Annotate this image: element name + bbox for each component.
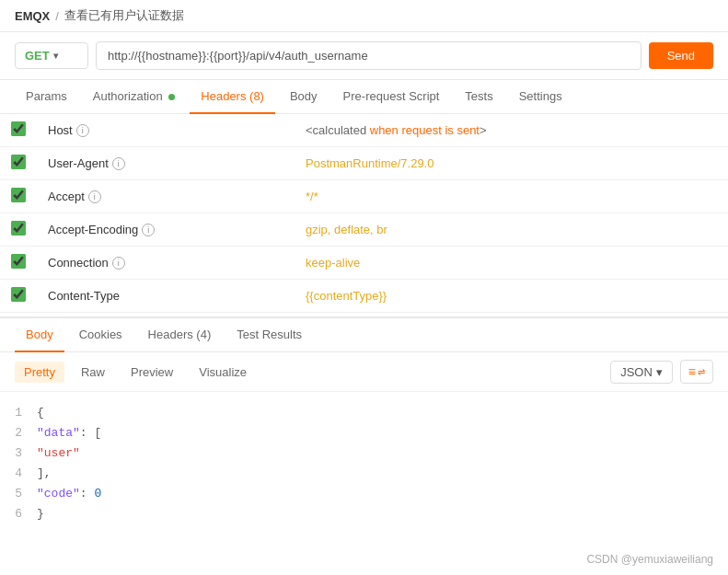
response-section: Body Cookies Headers (4) Test Results Pr… xyxy=(0,316,728,536)
method-label: GET xyxy=(25,49,50,63)
response-tabs: Body Cookies Headers (4) Test Results xyxy=(0,318,728,352)
header-value: <calculated when request is sent> xyxy=(295,114,728,147)
header-checkbox[interactable] xyxy=(11,287,26,302)
code-line: 2 "data": [ xyxy=(0,423,728,443)
line-content: { xyxy=(37,403,44,423)
header-row: Hosti<calculated when request is sent> xyxy=(0,114,728,147)
line-content: "data": [ xyxy=(37,423,101,443)
res-tab-headers[interactable]: Headers (4) xyxy=(137,318,223,352)
res-tab-body[interactable]: Body xyxy=(15,318,64,352)
line-number: 3 xyxy=(0,443,37,464)
line-content: "user" xyxy=(37,443,80,464)
line-content: } xyxy=(37,504,44,524)
header-checkbox[interactable] xyxy=(11,188,26,202)
header-value: keep-alive xyxy=(295,247,728,280)
info-icon[interactable]: i xyxy=(76,124,89,137)
calc-suffix: > xyxy=(480,123,487,137)
line-number: 6 xyxy=(0,504,37,524)
request-tabs: Params Authorization Headers (8) Body Pr… xyxy=(0,80,728,114)
send-button[interactable]: Send xyxy=(649,42,713,69)
code-line: 4 ], xyxy=(0,464,728,484)
line-number: 4 xyxy=(0,464,37,484)
tab-settings[interactable]: Settings xyxy=(508,80,573,114)
header-value: PostmanRuntime/7.29.0 xyxy=(295,147,728,180)
res-tab-test-results[interactable]: Test Results xyxy=(225,318,313,352)
code-line: 5 "code": 0 xyxy=(0,484,728,504)
header-key: Hosti xyxy=(37,114,295,147)
tab-params[interactable]: Params xyxy=(15,80,78,114)
info-icon[interactable]: i xyxy=(112,157,125,170)
header-checkbox[interactable] xyxy=(11,155,26,169)
header-row: Accept-Encodingigzip, deflate, br xyxy=(0,213,728,247)
info-icon[interactable]: i xyxy=(112,257,125,270)
line-content: "code": 0 xyxy=(37,484,101,504)
info-icon[interactable]: i xyxy=(142,224,155,236)
header-row: Accepti*/* xyxy=(0,180,728,213)
headers-container: Hosti<calculated when request is sent>Us… xyxy=(0,114,728,316)
header-value: {{contentType}} xyxy=(295,280,728,313)
header-key: Accept-Encodingi xyxy=(37,213,295,247)
tab-pre-request[interactable]: Pre-request Script xyxy=(332,80,451,114)
method-select[interactable]: GET ▾ xyxy=(15,42,88,69)
code-line: 3 "user" xyxy=(0,443,728,464)
header-row: User-AgentiPostmanRuntime/7.29.0 xyxy=(0,147,728,180)
header-key: Accepti xyxy=(37,180,295,213)
format-visualize[interactable]: Visualize xyxy=(190,362,256,383)
format-chevron-icon: ▾ xyxy=(656,365,663,379)
format-type-label: JSON xyxy=(620,365,653,379)
header-value: */* xyxy=(295,180,728,213)
breadcrumb-sep: / xyxy=(55,9,59,23)
header-checkbox[interactable] xyxy=(11,254,26,269)
line-number: 1 xyxy=(0,403,37,423)
line-content: ], xyxy=(37,464,52,484)
url-bar: GET ▾ Send xyxy=(0,32,728,80)
body-toolbar: Pretty Raw Preview Visualize JSON ▾ ≡ ⇌ xyxy=(0,352,728,392)
tab-body[interactable]: Body xyxy=(279,80,329,114)
tab-tests[interactable]: Tests xyxy=(454,80,503,114)
code-line: 6} xyxy=(0,504,728,524)
header-key: Content-Type xyxy=(37,280,295,313)
tab-headers[interactable]: Headers (8) xyxy=(190,80,275,114)
code-line: 1{ xyxy=(0,403,728,423)
headers-table: Hosti<calculated when request is sent>Us… xyxy=(0,114,728,316)
tab-authorization[interactable]: Authorization xyxy=(82,80,187,114)
calc-prefix: <calculated xyxy=(306,123,370,137)
header-checkbox[interactable] xyxy=(11,221,26,236)
info-icon[interactable]: i xyxy=(88,190,101,203)
header-checkbox[interactable] xyxy=(11,121,26,136)
page-title: 查看已有用户认证数据 xyxy=(64,7,184,24)
header-row: Connectionikeep-alive xyxy=(0,247,728,280)
format-type-select[interactable]: JSON ▾ xyxy=(610,361,673,384)
wrap-arrows-icon: ⇌ xyxy=(698,367,705,377)
top-bar: EMQX / 查看已有用户认证数据 xyxy=(0,0,728,32)
format-preview[interactable]: Preview xyxy=(121,362,182,383)
format-raw[interactable]: Raw xyxy=(72,362,114,383)
calc-when: when request is sent xyxy=(370,123,480,137)
footer-label: CSDN @yemuxiaweiliang xyxy=(586,553,713,566)
wrap-icon: ≡ xyxy=(688,364,696,379)
url-input[interactable] xyxy=(96,41,641,70)
header-key: User-Agenti xyxy=(37,147,295,180)
line-number: 2 xyxy=(0,423,37,443)
brand-label: EMQX xyxy=(15,9,50,23)
line-number: 5 xyxy=(0,484,37,504)
header-row: Content-Type{{contentType}} xyxy=(0,280,728,313)
res-tab-cookies[interactable]: Cookies xyxy=(68,318,133,352)
code-area: 1{2 "data": [3 "user"4 ],5 "code": 06} xyxy=(0,392,728,536)
authorization-dot xyxy=(168,94,175,100)
wrap-button[interactable]: ≡ ⇌ xyxy=(680,360,713,384)
header-key: Connectioni xyxy=(37,247,295,280)
header-value: gzip, deflate, br xyxy=(295,213,728,247)
method-chevron-icon: ▾ xyxy=(53,51,58,61)
format-pretty[interactable]: Pretty xyxy=(15,362,64,383)
